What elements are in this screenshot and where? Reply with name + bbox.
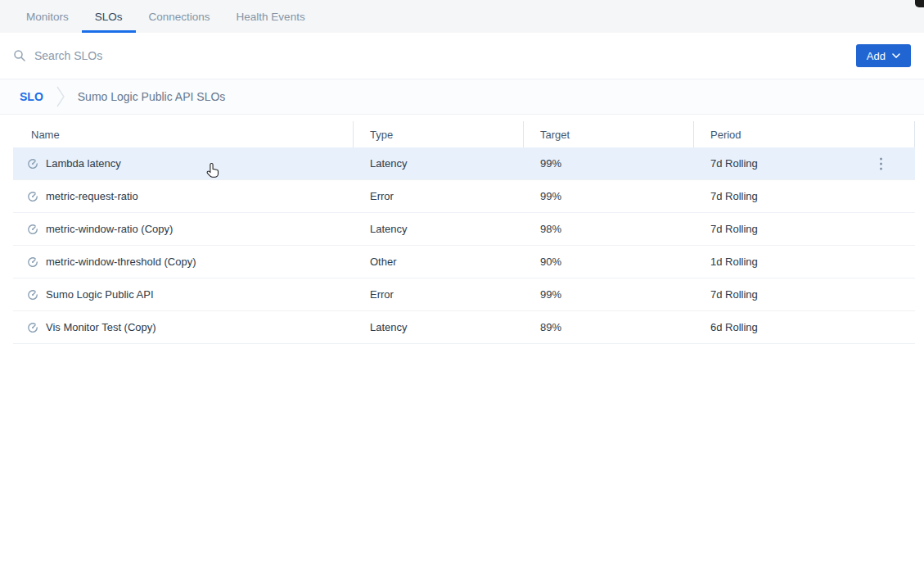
slo-type: Latency [354,157,524,170]
tab-bar: Monitors SLOs Connections Health Events [0,0,924,33]
slo-name-cell: Sumo Logic Public API [13,288,354,301]
add-button-label: Add [867,50,886,62]
slo-name-cell: metric-window-ratio (Copy) [13,223,354,235]
chevron-right-icon [56,86,65,107]
slo-period: 6d Rolling [694,321,915,333]
slo-type: Latency [354,223,524,235]
slo-name-cell: Vis Monitor Test (Copy) [13,321,354,333]
column-header-period: Period [694,121,915,147]
slo-target: 89% [524,321,694,333]
slo-target: 99% [524,288,694,301]
slo-type: Error [354,190,524,202]
slo-name-cell: metric-request-ratio [13,190,354,202]
table-row[interactable]: Vis Monitor Test (Copy) Latency 89% 6d R… [13,311,915,344]
column-header-type: Type [354,121,524,147]
slo-period: 1d Rolling [694,256,915,268]
table-row[interactable]: Sumo Logic Public API Error 99% 7d Rolli… [13,278,915,311]
slo-type: Error [354,288,524,301]
slo-period: 7d Rolling [694,190,915,202]
breadcrumb-root[interactable]: SLO [20,90,43,103]
gauge-icon [27,256,38,268]
slo-name-cell: Lambda latency [13,157,354,170]
table-row[interactable]: metric-request-ratio Error 99% 7d Rollin… [13,180,915,213]
breadcrumb: SLO Sumo Logic Public API SLOs [0,79,924,115]
slo-target: 98% [524,223,694,235]
slo-name: metric-request-ratio [46,190,138,202]
slo-period: 7d Rolling [694,223,915,235]
slo-period: 7d Rolling [694,288,915,301]
corner-artifact [915,0,924,7]
slo-name: Vis Monitor Test (Copy) [46,321,156,333]
gauge-icon [27,191,38,202]
slo-target: 99% [524,190,694,202]
table-row[interactable]: metric-window-ratio (Copy) Latency 98% 7… [13,213,915,246]
kebab-menu-icon[interactable] [877,154,886,173]
tabs: Monitors SLOs Connections Health Events [13,0,318,33]
column-header-name: Name [13,121,354,147]
slo-name: metric-window-threshold (Copy) [46,256,196,268]
slo-table: Name Type Target Period Lambda latency [13,121,915,344]
search-section: Add [0,33,924,79]
slo-type: Other [354,256,524,268]
table-row[interactable]: Lambda latency Latency 99% 7d Rolling [13,147,915,180]
gauge-icon [27,158,38,170]
tab[interactable]: Connections [136,0,223,33]
gauge-icon [27,289,38,301]
slo-name: metric-window-ratio (Copy) [46,223,173,235]
slo-target: 90% [524,256,694,268]
table-header: Name Type Target Period [13,121,915,147]
tab[interactable]: SLOs [82,0,136,33]
search-icon [13,49,26,62]
chevron-down-icon [892,53,900,58]
slo-target: 99% [524,157,694,170]
slo-type: Latency [354,321,524,333]
slo-name: Sumo Logic Public API [46,288,154,301]
breadcrumb-current: Sumo Logic Public API SLOs [78,90,226,103]
slo-name: Lambda latency [46,157,121,170]
slo-name-cell: metric-window-threshold (Copy) [13,256,354,268]
tab[interactable]: Health Events [223,0,318,33]
gauge-icon [27,322,38,333]
column-header-target: Target [524,121,694,147]
search-input[interactable] [34,49,856,62]
tab[interactable]: Monitors [13,0,82,33]
table-row[interactable]: metric-window-threshold (Copy) Other 90%… [13,246,915,278]
table-body: Lambda latency Latency 99% 7d Rolling [13,147,915,344]
gauge-icon [27,224,38,235]
add-button[interactable]: Add [856,44,911,67]
